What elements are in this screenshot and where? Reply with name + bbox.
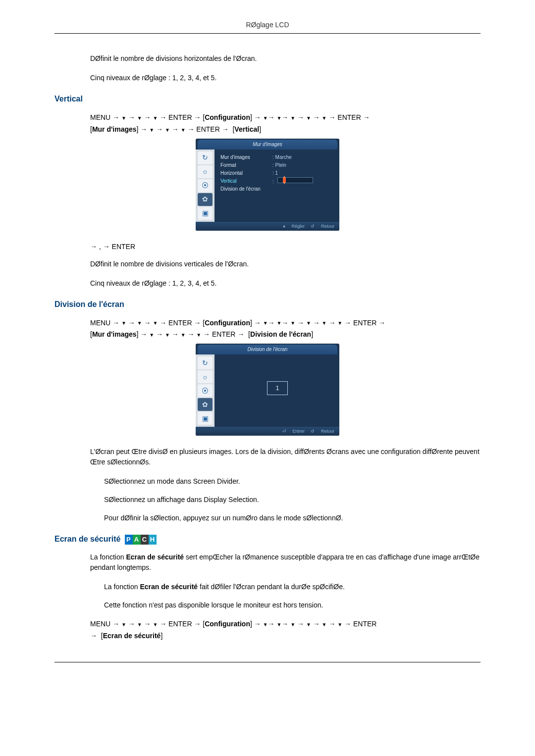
osd-icon-picture[interactable]: ☼ [198, 370, 213, 383]
down-arrow-icon [322, 620, 327, 628]
footer-return-label: Retour [321, 429, 334, 434]
down-arrow-icon [121, 319, 126, 327]
osd-icon-input[interactable]: ↻ [198, 356, 213, 369]
osd-main: 1 [214, 354, 339, 422]
down-arrow-icon [290, 620, 295, 628]
osd-row[interactable]: Horizontal : 1 [220, 169, 334, 177]
vertical-p2: Cinq niveaux de rØglage : 1, 2, 3, 4, et… [90, 278, 481, 289]
securite-p1a: La fonction [90, 553, 126, 561]
osd-row-value: : Plein [272, 161, 286, 169]
nav-target: Ecran de sécurité [103, 632, 161, 640]
nav-configuration: Configuration [205, 620, 250, 628]
osd-row[interactable]: Mur d'images : Marche [220, 153, 334, 161]
nav-menu: MENU [90, 620, 110, 628]
securite-b2: Cette fonction n'est pas disponible lors… [104, 600, 481, 610]
down-arrow-icon [137, 620, 142, 628]
osd-footer: ♦ Régler ↺ Retour [196, 222, 339, 231]
down-arrow-icon [196, 330, 201, 338]
pach-c-icon: C [141, 535, 149, 545]
intro-p2: Cinq niveaux de rØglage : 1, 2, 3, 4, et… [90, 73, 481, 83]
osd-panel-vertical: Mur d'images ↻ ☼ ⦿ ✿ ▣ Mur d'images : Ma… [196, 139, 339, 231]
down-arrow-icon [137, 113, 142, 121]
pach-h-icon: H [149, 535, 157, 545]
down-arrow-icon [181, 330, 186, 338]
nav-line-vertical: MENU → → → → ENTER → [Configuration] → →… [90, 112, 481, 136]
footer-return-icon: ↺ [311, 429, 315, 434]
osd-icon-picture[interactable]: ☼ [198, 165, 213, 178]
down-arrow-icon [121, 620, 126, 628]
down-arrow-icon [322, 319, 327, 327]
vertical-p1: DØfinit le nombre de divisions verticale… [90, 259, 481, 269]
osd-row[interactable]: Division de l'écran [220, 185, 334, 193]
nav-enter: ENTER [196, 125, 219, 133]
securite-body: La fonction Ecran de sécurité sert empŒc… [90, 552, 481, 573]
nav-enter: ENTER [168, 113, 192, 121]
osd-row-key: Mur d'images [220, 153, 272, 161]
down-arrow-icon [276, 620, 281, 628]
down-arrow-icon [337, 620, 342, 628]
osd-row-key: Vertical [220, 177, 272, 185]
down-arrow-icon [153, 113, 158, 121]
intro-block: DØfinit le nombre de divisions horizonta… [90, 53, 481, 83]
division-p1: L'Øcran peut Œtre divisØ en plusieurs im… [90, 447, 481, 467]
osd-title: Mur d'images [198, 140, 337, 150]
osd-slider[interactable]: ▲ ▼ [277, 177, 313, 183]
division-b1: SØlectionnez un mode dans Screen Divider… [104, 476, 481, 487]
osd-icon-input[interactable]: ↻ [198, 151, 213, 164]
footer-enter-icon: ⏎ [282, 429, 286, 434]
down-arrow-icon [263, 113, 268, 121]
osd-icon-setup[interactable]: ✿ [198, 398, 213, 411]
osd-icon-sound[interactable]: ⦿ [198, 179, 213, 192]
osd-row-highlight[interactable]: Vertical : ▲ ▼ [220, 177, 334, 185]
nav-mur: Mur d'images [92, 125, 137, 133]
down-arrow-icon [337, 319, 342, 327]
osd-icon-multi[interactable]: ▣ [198, 207, 213, 220]
osd-row[interactable]: Format : Plein [220, 161, 334, 169]
pach-badge: PACH [125, 535, 157, 545]
osd-row-value: : Marche [272, 153, 292, 161]
section-title-vertical: Vertical [54, 93, 481, 105]
osd-row-key: Format [220, 161, 272, 169]
footer-enter-label: Entrer [292, 429, 305, 434]
division-b3: Pour dØfinir la sØlection, appuyez sur u… [104, 513, 481, 523]
nav-target: Vertical [234, 125, 259, 133]
osd-footer: ⏎ Entrer ↺ Retour [196, 427, 339, 436]
footer-return-icon: ↺ [311, 224, 315, 229]
down-arrow-icon [153, 620, 158, 628]
osd-row-key: Division de l'écran [220, 185, 272, 193]
down-arrow-icon [276, 319, 281, 327]
securite-b1a: La fonction [104, 583, 140, 591]
nav-line-securite: MENU → → → → ENTER → [Configuration] → →… [90, 618, 481, 642]
osd-icon-setup[interactable]: ✿ [198, 193, 213, 206]
pach-p-icon: P [125, 535, 133, 545]
down-arrow-icon [290, 319, 295, 327]
vertical-body: DØfinit le nombre de divisions verticale… [90, 259, 481, 289]
osd-row-value: : ▲ ▼ [272, 177, 313, 185]
nav-enter: ENTER [353, 620, 376, 628]
down-arrow-icon [121, 113, 126, 121]
down-arrow-icon [165, 330, 170, 338]
nav-enter: ENTER [212, 330, 235, 338]
osd-sidebar: ↻ ☼ ⦿ ✿ ▣ [196, 354, 214, 427]
down-arrow-icon [276, 113, 281, 121]
osd-selected-cell[interactable]: 1 [267, 381, 288, 395]
osd-icon-multi[interactable]: ▣ [198, 412, 213, 425]
nav-mur: Mur d'images [92, 330, 137, 338]
osd-panel-division: Division de l'écran ↻ ☼ ⦿ ✿ ▣ 1 ⏎ Entrer… [196, 344, 339, 436]
osd-row-value: : 1 [272, 169, 278, 177]
down-arrow-icon [306, 113, 311, 121]
down-arrow-icon: ▼ [283, 181, 286, 186]
footer-return-label: Retour [321, 224, 334, 229]
division-b2: SØlectionnez un affichage dans Display S… [104, 495, 481, 505]
osd-sidebar: ↻ ☼ ⦿ ✿ ▣ [196, 150, 214, 222]
footer-adjust-icon: ♦ [283, 224, 285, 229]
securite-title-text: Ecran de sécurité [54, 535, 120, 543]
nav-configuration: Configuration [205, 319, 250, 327]
securite-p1b: Ecran de sécurité [126, 553, 184, 561]
osd-icon-sound[interactable]: ⦿ [198, 384, 213, 397]
down-arrow-icon [306, 319, 311, 327]
pach-a-icon: A [133, 535, 141, 545]
down-arrow-icon [165, 125, 170, 133]
footer-adjust-label: Régler [291, 224, 305, 229]
section-title-division: Division de l'écran [54, 299, 481, 310]
